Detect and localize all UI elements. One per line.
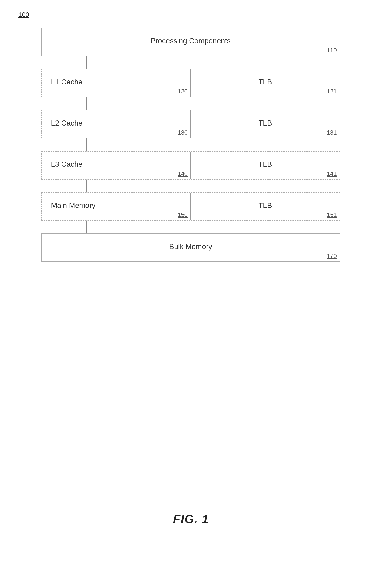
connector-2 — [86, 97, 87, 110]
connector-1-wrapper — [41, 56, 340, 69]
bulk-memory-block: Bulk Memory 170 — [41, 233, 340, 262]
l1-tlb-number: 121 — [327, 88, 337, 95]
connector-5-wrapper — [41, 221, 340, 233]
l2-tlb-label: TLB — [258, 119, 272, 127]
l3-cache-number: 140 — [178, 170, 188, 177]
l2-tlb-cell: TLB 131 — [191, 110, 340, 138]
connector-4-wrapper — [41, 180, 340, 192]
main-memory-tlb-label: TLB — [258, 201, 272, 210]
main-memory-tlb-number: 151 — [327, 211, 337, 218]
l2-cache-label: L2 Cache — [51, 119, 82, 127]
main-memory-number: 150 — [178, 211, 188, 218]
l3-cache-label: L3 Cache — [51, 160, 82, 168]
main-memory-cell: Main Memory 150 — [42, 193, 191, 220]
processing-components-block: Processing Components 110 — [41, 28, 340, 56]
figure-label: FIG. 1 — [173, 512, 209, 526]
l3-cache-cell: L3 Cache 140 — [42, 151, 191, 179]
l3-cache-block: L3 Cache 140 TLB 141 — [41, 151, 340, 180]
page-label: 100 — [18, 11, 29, 18]
diagram-container: Processing Components 110 L1 Cache 120 T… — [41, 28, 340, 262]
main-memory-tlb-cell: TLB 151 — [191, 193, 340, 220]
connector-5 — [86, 221, 87, 233]
bulk-memory-number: 170 — [327, 252, 337, 260]
l2-cache-block: L2 Cache 130 TLB 131 — [41, 110, 340, 138]
processing-components-number: 110 — [327, 47, 337, 54]
l3-tlb-label: TLB — [258, 160, 272, 168]
bulk-memory-cell: Bulk Memory 170 — [42, 234, 340, 261]
connector-3 — [86, 138, 87, 151]
connector-3-wrapper — [41, 138, 340, 151]
connector-2-wrapper — [41, 97, 340, 110]
l1-tlb-label: TLB — [258, 78, 272, 86]
processing-components-cell: Processing Components 110 — [42, 28, 340, 56]
l2-cache-cell: L2 Cache 130 — [42, 110, 191, 138]
bulk-memory-label: Bulk Memory — [169, 242, 212, 251]
l3-tlb-cell: TLB 141 — [191, 151, 340, 179]
main-memory-block: Main Memory 150 TLB 151 — [41, 192, 340, 221]
main-memory-label: Main Memory — [51, 201, 96, 210]
processing-components-label: Processing Components — [151, 37, 231, 45]
l1-cache-label: L1 Cache — [51, 78, 82, 86]
l1-cache-block: L1 Cache 120 TLB 121 — [41, 69, 340, 97]
l3-tlb-number: 141 — [327, 170, 337, 177]
l1-cache-cell: L1 Cache 120 — [42, 69, 191, 97]
connector-1 — [86, 56, 87, 69]
l2-tlb-number: 131 — [327, 129, 337, 136]
l1-tlb-cell: TLB 121 — [191, 69, 340, 97]
connector-4 — [86, 180, 87, 192]
l1-cache-number: 120 — [178, 88, 188, 95]
l2-cache-number: 130 — [178, 129, 188, 136]
